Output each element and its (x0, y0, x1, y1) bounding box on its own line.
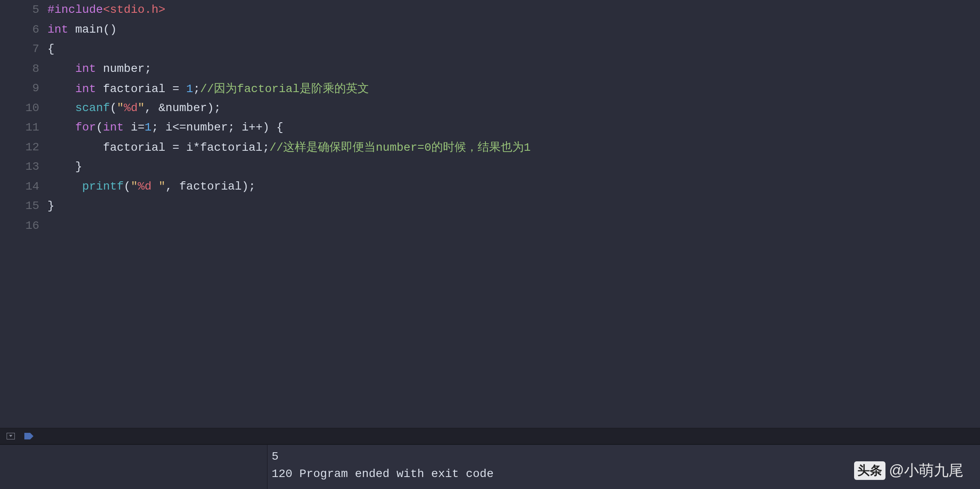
token-indent (47, 141, 103, 154)
token-punct: ( (96, 121, 103, 134)
line-content: } (47, 160, 980, 173)
token-keyword: int (75, 62, 96, 75)
line-content: printf("%d ", factorial); (47, 180, 980, 193)
token-preprocessor: #include (47, 3, 103, 16)
token-indent (47, 160, 75, 173)
token-keyword: for (75, 121, 96, 134)
code-line[interactable]: 15 } (0, 196, 980, 216)
line-number: 6 (0, 23, 47, 36)
token-function-name: main (68, 23, 103, 36)
line-content: int main() (47, 23, 980, 36)
token-indent (47, 83, 75, 95)
token-comment: //这样是确保即便当number=0的时候，结果也为1 (270, 141, 531, 154)
token-comment: //因为factorial是阶乘的英文 (200, 83, 369, 95)
token-indent (47, 121, 75, 134)
token-keyword: int (103, 121, 123, 134)
code-area[interactable]: 5 #include<stdio.h> 6 int main() 7 { 8 i… (0, 0, 980, 428)
line-number: 14 (0, 180, 47, 193)
line-number: 8 (0, 62, 47, 75)
token-expression: factorial = i*factorial; (103, 141, 269, 154)
token-format-spec: %d (137, 180, 158, 193)
code-line[interactable]: 6 int main() (0, 20, 980, 40)
token-string-quote: " (117, 102, 124, 114)
line-number: 9 (0, 82, 47, 95)
code-editor: 5 #include<stdio.h> 6 int main() 7 { 8 i… (0, 0, 980, 489)
token-brace: { (47, 43, 54, 55)
line-number: 11 (0, 121, 47, 134)
token-format-spec: %d (124, 102, 138, 114)
token-number: 1 (186, 83, 193, 95)
token-identifier: number; (96, 62, 151, 75)
token-keyword: int (47, 23, 68, 36)
token-function-call: printf (82, 180, 124, 193)
console-result-line: 120 Program ended with exit code (272, 468, 494, 480)
line-number: 13 (0, 160, 47, 173)
token-indent (47, 62, 75, 75)
token-operator: = (172, 83, 186, 95)
token-args: , factorial); (166, 180, 256, 193)
line-content: scanf("%d", &number); (47, 102, 980, 114)
token-indent (47, 180, 82, 193)
code-line[interactable]: 12 factorial = i*factorial;//这样是确保即便当num… (0, 138, 980, 157)
code-line[interactable]: 8 int number; (0, 59, 980, 79)
token-identifier: i= (124, 121, 144, 134)
token-punct: ; (193, 83, 200, 95)
code-line[interactable]: 10 scanf("%d", &number); (0, 98, 980, 118)
line-number: 5 (0, 3, 47, 16)
line-content: { (47, 43, 980, 55)
tag-icon[interactable] (23, 431, 35, 441)
token-string-quote: " (137, 102, 144, 114)
console-input-line: 5 (272, 450, 279, 463)
line-number: 7 (0, 43, 47, 55)
line-content: } (47, 199, 980, 212)
token-identifier: factorial (96, 83, 173, 95)
code-line[interactable]: 13 } (0, 157, 980, 177)
token-indent (47, 102, 75, 114)
debug-toolbar (0, 428, 980, 444)
code-line[interactable]: 5 #include<stdio.h> (0, 0, 980, 20)
line-number: 10 (0, 102, 47, 114)
token-keyword: int (75, 83, 96, 95)
code-line[interactable]: 9 int factorial = 1;//因为factorial是阶乘的英文 (0, 78, 980, 98)
token-string-quote: " (159, 180, 166, 193)
line-content: int number; (47, 62, 980, 75)
line-number: 16 (0, 219, 47, 232)
code-line[interactable]: 14 printf("%d ", factorial); (0, 177, 980, 197)
line-content: #include<stdio.h> (47, 3, 980, 16)
token-punct: ( (110, 102, 117, 114)
line-content: for(int i=1; i<=number; i++) { (47, 121, 980, 134)
code-line[interactable]: 11 for(int i=1; i<=number; i++) { (0, 118, 980, 138)
token-function-call: scanf (75, 102, 110, 114)
token-brace: } (75, 160, 82, 173)
token-args: , &number); (144, 102, 221, 114)
line-content: int factorial = 1;//因为factorial是阶乘的英文 (47, 81, 980, 96)
console-output[interactable]: 5 120 Program ended with exit code (267, 445, 980, 489)
code-line[interactable]: 16 (0, 216, 980, 236)
line-number: 15 (0, 199, 47, 212)
token-string-quote: " (131, 180, 138, 193)
dropdown-icon[interactable] (5, 431, 17, 441)
token-number: 1 (144, 121, 151, 134)
token-include-path: <stdio.h> (103, 3, 165, 16)
output-panel: 5 120 Program ended with exit code (0, 444, 980, 489)
line-number: 12 (0, 141, 47, 154)
line-content: factorial = i*factorial;//这样是确保即便当number… (47, 139, 980, 155)
token-punct: () (103, 23, 117, 36)
token-brace: } (47, 199, 54, 212)
token-loop-condition: ; i<=number; i++) { (151, 121, 283, 134)
output-left-pane[interactable] (0, 445, 267, 489)
code-line[interactable]: 7 { (0, 39, 980, 59)
token-punct: ( (124, 180, 131, 193)
